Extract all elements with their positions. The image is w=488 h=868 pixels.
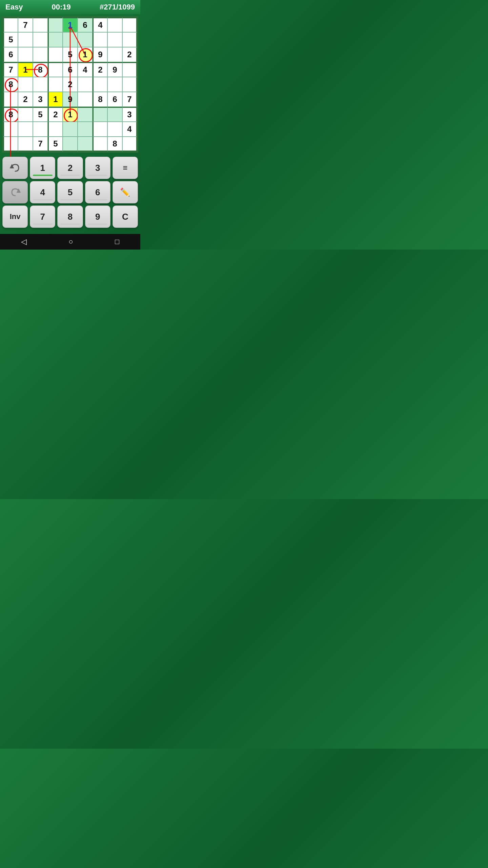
sudoku-cell[interactable]: 3 bbox=[33, 92, 48, 107]
sudoku-cell[interactable]: 2 bbox=[48, 107, 63, 122]
sudoku-cell[interactable] bbox=[78, 137, 93, 152]
sudoku-cell[interactable] bbox=[78, 107, 93, 122]
sudoku-cell[interactable] bbox=[33, 47, 48, 62]
sudoku-cell[interactable] bbox=[18, 32, 33, 47]
redo-button[interactable] bbox=[2, 181, 28, 203]
sudoku-cell[interactable]: 6 bbox=[107, 92, 122, 107]
sudoku-cell[interactable] bbox=[78, 92, 93, 107]
sudoku-cell[interactable]: 4 bbox=[78, 62, 93, 77]
sudoku-cell[interactable]: 8 bbox=[3, 77, 18, 92]
sudoku-cell[interactable] bbox=[78, 122, 93, 137]
sudoku-cell[interactable]: 1 bbox=[78, 47, 93, 62]
sudoku-cell[interactable] bbox=[18, 77, 33, 92]
sudoku-cell[interactable] bbox=[48, 17, 63, 32]
sudoku-cell[interactable] bbox=[107, 122, 122, 137]
sudoku-cell[interactable]: 6 bbox=[63, 62, 78, 77]
sudoku-cell[interactable] bbox=[93, 122, 107, 137]
num-btn-9[interactable]: 9 bbox=[85, 205, 110, 228]
sudoku-cell[interactable]: 2 bbox=[18, 92, 33, 107]
sudoku-cell[interactable] bbox=[3, 122, 18, 137]
sudoku-cell[interactable] bbox=[18, 47, 33, 62]
sudoku-cell[interactable]: 7 bbox=[122, 92, 137, 107]
sudoku-cell[interactable] bbox=[107, 17, 122, 32]
num-btn-1[interactable]: 1 bbox=[30, 157, 55, 179]
sudoku-cell[interactable]: 1 bbox=[18, 62, 33, 77]
sudoku-cell[interactable]: 2 bbox=[63, 77, 78, 92]
sudoku-cell[interactable] bbox=[33, 32, 48, 47]
pencil-button[interactable]: ✏️ bbox=[113, 181, 138, 203]
sudoku-cell[interactable]: 9 bbox=[93, 47, 107, 62]
sudoku-cell[interactable] bbox=[33, 17, 48, 32]
sudoku-cell[interactable]: 1 bbox=[63, 107, 78, 122]
num-btn-5[interactable]: 5 bbox=[57, 181, 83, 203]
sudoku-cell[interactable] bbox=[3, 137, 18, 152]
sudoku-cell[interactable]: 6 bbox=[78, 17, 93, 32]
sudoku-cell[interactable] bbox=[93, 77, 107, 92]
sudoku-cell[interactable]: 8 bbox=[107, 137, 122, 152]
sudoku-cell[interactable]: 7 bbox=[3, 62, 18, 77]
inv-button[interactable]: Inv bbox=[2, 205, 28, 228]
num-btn-6[interactable]: 6 bbox=[85, 181, 110, 203]
sudoku-cell[interactable] bbox=[107, 32, 122, 47]
sudoku-cell[interactable] bbox=[48, 62, 63, 77]
sudoku-cell[interactable]: 5 bbox=[48, 137, 63, 152]
sudoku-cell[interactable]: 5 bbox=[63, 47, 78, 62]
sudoku-cell[interactable] bbox=[122, 137, 137, 152]
sudoku-cell[interactable] bbox=[48, 32, 63, 47]
sudoku-cell[interactable]: 9 bbox=[63, 92, 78, 107]
num-btn-3[interactable]: 3 bbox=[85, 157, 110, 179]
sudoku-cell[interactable]: 5 bbox=[3, 32, 18, 47]
recent-button[interactable]: □ bbox=[115, 237, 119, 246]
sudoku-cell[interactable] bbox=[107, 47, 122, 62]
num-btn-2[interactable]: 2 bbox=[57, 157, 83, 179]
sudoku-cell[interactable] bbox=[122, 62, 137, 77]
sudoku-cell[interactable] bbox=[93, 107, 107, 122]
sudoku-cell[interactable] bbox=[18, 107, 33, 122]
undo-button[interactable] bbox=[2, 157, 28, 179]
sudoku-cell[interactable] bbox=[93, 32, 107, 47]
sudoku-cell[interactable]: 2 bbox=[93, 62, 107, 77]
sudoku-cell[interactable] bbox=[33, 77, 48, 92]
sudoku-cell[interactable]: 7 bbox=[33, 137, 48, 152]
sudoku-cell[interactable]: 4 bbox=[93, 17, 107, 32]
sudoku-cell[interactable]: 1 bbox=[48, 92, 63, 107]
sudoku-cell[interactable]: 6 bbox=[3, 47, 18, 62]
sudoku-cell[interactable] bbox=[3, 17, 18, 32]
sudoku-cell[interactable] bbox=[48, 122, 63, 137]
sudoku-cell[interactable] bbox=[107, 107, 122, 122]
sudoku-cell[interactable] bbox=[78, 32, 93, 47]
sudoku-cell[interactable]: 3 bbox=[122, 107, 137, 122]
sudoku-cell[interactable] bbox=[78, 77, 93, 92]
sudoku-cell[interactable]: 1 bbox=[63, 17, 78, 32]
sudoku-cell[interactable]: 2 bbox=[122, 47, 137, 62]
sudoku-cell[interactable] bbox=[3, 92, 18, 107]
sudoku-cell[interactable] bbox=[122, 32, 137, 47]
sudoku-cell[interactable]: 9 bbox=[107, 62, 122, 77]
sudoku-cell[interactable]: 7 bbox=[18, 17, 33, 32]
back-button[interactable]: ◁ bbox=[21, 237, 27, 246]
sudoku-cell[interactable] bbox=[48, 77, 63, 92]
sudoku-cell[interactable] bbox=[63, 122, 78, 137]
sudoku-cell[interactable] bbox=[63, 137, 78, 152]
num-btn-4[interactable]: 4 bbox=[30, 181, 55, 203]
sudoku-cell[interactable] bbox=[18, 122, 33, 137]
clear-button[interactable]: C bbox=[113, 205, 138, 228]
sudoku-cell[interactable] bbox=[48, 47, 63, 62]
sudoku-cell[interactable] bbox=[107, 77, 122, 92]
sudoku-cell[interactable] bbox=[63, 32, 78, 47]
sudoku-cell[interactable] bbox=[93, 137, 107, 152]
sudoku-cell[interactable] bbox=[122, 77, 137, 92]
sudoku-cell[interactable]: 5 bbox=[33, 107, 48, 122]
sudoku-cell[interactable]: 8 bbox=[93, 92, 107, 107]
home-button[interactable]: ○ bbox=[68, 237, 73, 246]
sudoku-cell[interactable]: 4 bbox=[122, 122, 137, 137]
menu-button[interactable]: ≡ bbox=[113, 157, 138, 179]
sudoku-cell[interactable] bbox=[122, 17, 137, 32]
sudoku-cell[interactable] bbox=[18, 137, 33, 152]
num-btn-7[interactable]: 7 bbox=[30, 205, 55, 228]
sudoku-cell[interactable]: 8 bbox=[33, 62, 48, 77]
sudoku-grid[interactable]: 71645651927186429822319867852134758 bbox=[3, 17, 137, 152]
sudoku-cell[interactable]: 8 bbox=[3, 107, 18, 122]
sudoku-cell[interactable] bbox=[33, 122, 48, 137]
num-btn-8[interactable]: 8 bbox=[57, 205, 83, 228]
